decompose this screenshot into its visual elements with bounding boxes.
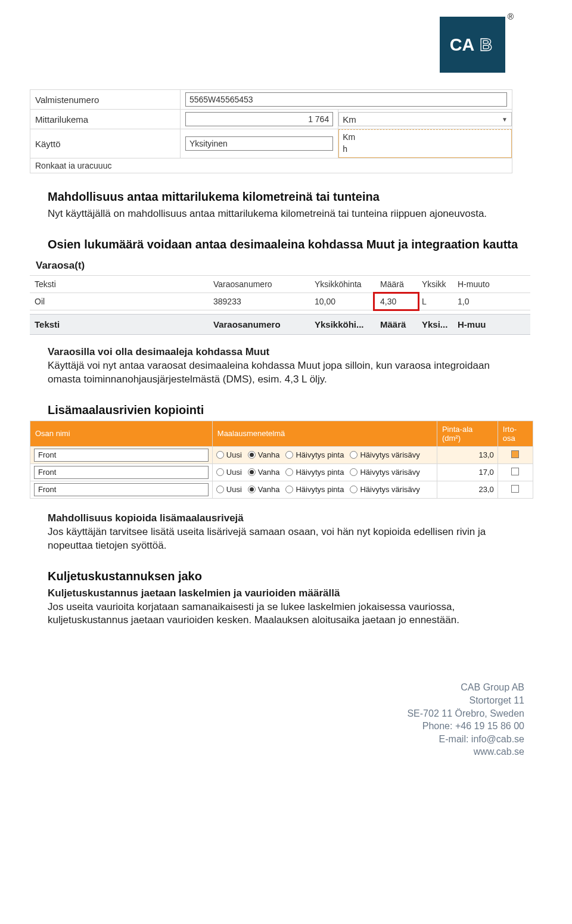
radio-häivytys-värisävy[interactable] bbox=[350, 468, 358, 476]
radio-häivytys-pinta[interactable] bbox=[285, 451, 293, 459]
footer-email: E-mail: info@cab.se bbox=[48, 733, 524, 746]
sub-kopioida-body: Jos käyttäjän tarvitsee lisätä useita li… bbox=[48, 526, 486, 551]
varaosa-title: Varaosa(t) bbox=[30, 255, 530, 276]
radio-label: Uusi bbox=[226, 450, 242, 459]
col2-maara: Määrä bbox=[375, 314, 417, 334]
input-valmistenumero[interactable]: 5565W45565453 bbox=[185, 92, 507, 107]
paint-name-input[interactable]: Front bbox=[34, 466, 209, 479]
cab-logo-svg: CA B bbox=[448, 31, 497, 58]
radio-label: Häivytys värisävy bbox=[360, 468, 419, 477]
heading-kuljetus: Kuljetuskustannuksen jako bbox=[48, 570, 524, 583]
sub-varaosa-body: Käyttäjä voi nyt antaa varaosat desimaal… bbox=[48, 360, 490, 385]
paint-area-cell[interactable]: 13,0 bbox=[437, 446, 498, 463]
cell-hmuuto[interactable]: 1,0 bbox=[453, 293, 530, 310]
cell-maara[interactable]: 4,30 bbox=[375, 293, 417, 310]
sub-kopioida-bold: Mahdollisuus kopioida lisämaalausrivejä bbox=[48, 512, 244, 524]
heading-osien-lukumaara: Osien lukumäärä voidaan antaa desimaalei… bbox=[48, 238, 524, 251]
varaosa-table-bottom-header: Teksti Varaosanumero Yksikköhi... Määrä … bbox=[30, 314, 530, 335]
radio-label: Vanha bbox=[258, 485, 280, 494]
varaosa-row: Oil 389233 10,00 4,30 L 1,0 bbox=[30, 293, 530, 310]
radio-uusi[interactable] bbox=[216, 486, 224, 493]
unit-option-h[interactable]: h bbox=[343, 143, 508, 155]
unit-dropdown[interactable]: Km ▼ bbox=[338, 112, 512, 126]
pcol-irto-osa: Irto-osa bbox=[498, 421, 533, 446]
highlight-box bbox=[373, 292, 419, 311]
col-varaosanumero: Varaosanumero bbox=[209, 276, 310, 293]
sub-kuljetus-bold: Kuljetuskustannus jaetaan laskelmien ja … bbox=[48, 587, 340, 599]
irto-osa-checkbox[interactable] bbox=[511, 485, 519, 493]
irto-osa-checkbox[interactable] bbox=[511, 450, 519, 458]
paint-method-group: UusiVanhaHäivytys pintaHäivytys värisävy bbox=[216, 485, 433, 494]
input-kaytto[interactable]: Yksityinen bbox=[185, 136, 333, 151]
paint-row: FrontUusiVanhaHäivytys pintaHäivytys vär… bbox=[30, 463, 533, 481]
truncated-row-label: Ronkaat ia uracuuuc bbox=[30, 158, 512, 173]
radio-label: Häivytys pinta bbox=[296, 450, 344, 459]
cell-hinta[interactable]: 10,00 bbox=[310, 293, 375, 310]
unit-option-km[interactable]: Km bbox=[343, 131, 508, 143]
cell-yksikko[interactable]: L bbox=[417, 293, 453, 310]
col2-yksikkohi: Yksikköhi... bbox=[310, 314, 375, 334]
cab-logo: CA B bbox=[440, 17, 505, 73]
varaosa-table-top: Teksti Varaosanumero Yksikköhinta Määrä … bbox=[30, 276, 530, 310]
radio-label: Uusi bbox=[226, 485, 242, 494]
radio-häivytys-värisävy[interactable] bbox=[350, 486, 358, 493]
vehicle-form: Valmistenumero 5565W45565453 Mittariluke… bbox=[30, 89, 512, 173]
paint-area-cell[interactable]: 17,0 bbox=[437, 463, 498, 481]
footer-phone: Phone: +46 19 15 86 00 bbox=[48, 720, 524, 733]
sub-kuljetus-body: Jos useita vaurioita korjataan samanaika… bbox=[48, 601, 459, 626]
irto-osa-checkbox[interactable] bbox=[511, 468, 519, 475]
radio-vanha[interactable] bbox=[248, 451, 256, 459]
paint-area-cell[interactable]: 23,0 bbox=[437, 481, 498, 498]
svg-text:CA: CA bbox=[450, 35, 474, 54]
pcol-maalausmenetelma: Maalausmenetelmä bbox=[212, 421, 437, 446]
radio-häivytys-pinta[interactable] bbox=[285, 486, 293, 493]
footer-contact: CAB Group AB Stortorget 11 SE-702 11 Öre… bbox=[48, 681, 524, 758]
sub-varaosa-bold: Varaosilla voi olla desimaaleja kohdassa… bbox=[48, 346, 269, 357]
col2-hmuu: H-muu bbox=[453, 314, 530, 334]
radio-label: Vanha bbox=[258, 468, 280, 477]
paint-row: FrontUusiVanhaHäivytys pintaHäivytys vär… bbox=[30, 481, 533, 498]
chevron-down-icon: ▼ bbox=[502, 116, 508, 123]
col-yksikk: Yksikk bbox=[417, 276, 453, 293]
svg-text:B: B bbox=[480, 35, 492, 54]
col2-teksti: Teksti bbox=[30, 314, 209, 334]
varaosa-block: Varaosa(t) Teksti Varaosanumero Yksikköh… bbox=[30, 255, 530, 335]
paint-table-wrap: Osan nimi Maalausmenetelmä Pinta-ala (dm… bbox=[30, 421, 533, 499]
col-yksikkohinta: Yksikköhinta bbox=[310, 276, 375, 293]
paint-table: Osan nimi Maalausmenetelmä Pinta-ala (dm… bbox=[30, 421, 533, 499]
col-maara: Määrä bbox=[375, 276, 417, 293]
col-teksti: Teksti bbox=[30, 276, 209, 293]
radio-vanha[interactable] bbox=[248, 486, 256, 493]
radio-label: Häivytys pinta bbox=[296, 485, 344, 494]
radio-vanha[interactable] bbox=[248, 468, 256, 476]
radio-label: Häivytys värisävy bbox=[360, 485, 419, 494]
unit-selected: Km bbox=[343, 114, 356, 125]
radio-häivytys-värisävy[interactable] bbox=[350, 451, 358, 459]
heading-lisamaalaus: Lisämaalausrivien kopiointi bbox=[48, 403, 524, 417]
col-hmuuto: H-muuto bbox=[453, 276, 530, 293]
pcol-osan-nimi: Osan nimi bbox=[30, 421, 213, 446]
paint-method-group: UusiVanhaHäivytys pintaHäivytys värisävy bbox=[216, 450, 433, 459]
col2-yksi: Yksi... bbox=[417, 314, 453, 334]
radio-label: Vanha bbox=[258, 450, 280, 459]
footer-company: CAB Group AB bbox=[48, 681, 524, 694]
unit-options-list: Km h bbox=[338, 129, 512, 158]
label-valmistenumero: Valmistenumero bbox=[30, 90, 181, 110]
input-mittarilukema[interactable]: 1 764 bbox=[185, 112, 333, 126]
radio-häivytys-pinta[interactable] bbox=[285, 468, 293, 476]
footer-web: www.cab.se bbox=[48, 745, 524, 758]
radio-uusi[interactable] bbox=[216, 451, 224, 459]
registered-mark: ® bbox=[508, 12, 514, 21]
paint-name-input[interactable]: Front bbox=[34, 449, 209, 462]
body-mittarilukema: Nyt käyttäjällä on mahdollisuus antaa mi… bbox=[48, 207, 524, 221]
footer-address1: Stortorget 11 bbox=[48, 694, 524, 707]
label-kaytto: Käyttö bbox=[30, 129, 181, 158]
cell-nro[interactable]: 389233 bbox=[209, 293, 310, 310]
paint-row: FrontUusiVanhaHäivytys pintaHäivytys vär… bbox=[30, 446, 533, 463]
pcol-pinta-ala: Pinta-ala (dm²) bbox=[437, 421, 498, 446]
paint-method-group: UusiVanhaHäivytys pintaHäivytys värisävy bbox=[216, 468, 433, 477]
radio-uusi[interactable] bbox=[216, 468, 224, 476]
heading-mittarilukema: Mahdollisuus antaa mittarilukema kilomet… bbox=[48, 190, 524, 204]
paint-name-input[interactable]: Front bbox=[34, 483, 209, 496]
cell-teksti[interactable]: Oil bbox=[30, 293, 209, 310]
